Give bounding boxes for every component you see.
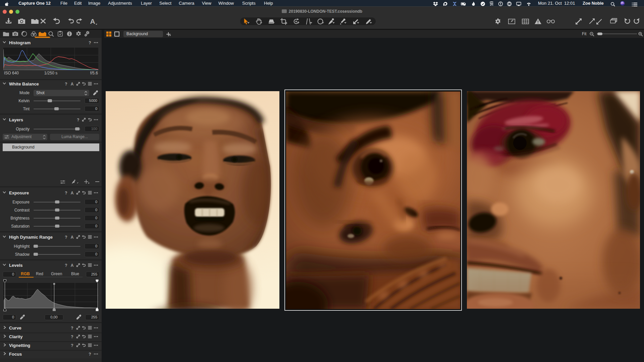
svg-text:?: ? — [65, 235, 67, 239]
svg-text:?: ? — [71, 335, 73, 339]
svg-text:?: ? — [89, 41, 91, 45]
svg-text:A: A — [71, 235, 74, 239]
svg-text:?: ? — [65, 263, 67, 267]
svg-text:?: ? — [65, 82, 67, 86]
svg-text:A: A — [71, 191, 74, 195]
svg-text:?: ? — [71, 343, 73, 348]
svg-text:?: ? — [77, 118, 79, 122]
svg-text:?: ? — [71, 326, 73, 330]
svg-text:?: ? — [89, 352, 91, 356]
svg-text:A: A — [71, 263, 74, 267]
svg-text:?: ? — [65, 191, 67, 195]
svg-text:A: A — [90, 18, 95, 25]
svg-text:A: A — [71, 82, 74, 86]
